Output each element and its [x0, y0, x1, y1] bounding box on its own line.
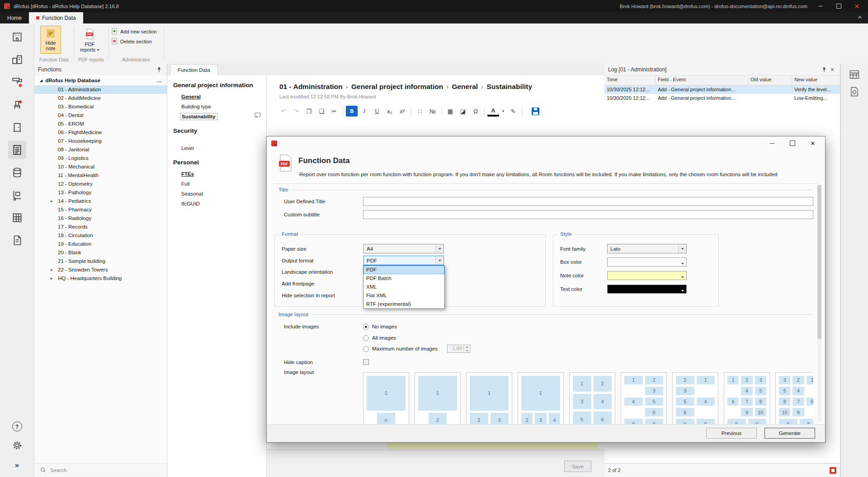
- log-col-field-event[interactable]: Field - Event: [656, 76, 748, 85]
- log-col-old-value[interactable]: Old value: [748, 76, 792, 85]
- buildings-module-icon[interactable]: [8, 51, 26, 69]
- output-format-select[interactable]: PDF: [363, 256, 444, 265]
- note-bubble-icon[interactable]: [255, 112, 261, 119]
- italic-icon[interactable]: I: [359, 106, 370, 117]
- box-color-picker[interactable]: [607, 257, 687, 267]
- generate-button[interactable]: Generate: [764, 428, 815, 439]
- edit-note-icon[interactable]: ✎: [507, 106, 519, 117]
- nav-item[interactable]: Level: [180, 145, 195, 151]
- underline-icon[interactable]: U: [371, 106, 383, 117]
- special-character-icon[interactable]: Ω: [470, 106, 481, 117]
- nav-item[interactable]: IfcGUID: [180, 201, 201, 207]
- image-layout-option[interactable]: 32154876109nn: [775, 372, 813, 425]
- document-log-panel-icon[interactable]: [848, 85, 861, 98]
- image-layout-option[interactable]: 1234: [518, 372, 564, 425]
- image-layout-option[interactable]: 12: [415, 372, 461, 425]
- text-color-swatch[interactable]: [607, 285, 687, 294]
- font-family-select[interactable]: Lato: [607, 244, 687, 253]
- scrollbar-thumb[interactable]: [817, 185, 821, 339]
- doors-module-icon[interactable]: [8, 118, 26, 136]
- reports-module-icon[interactable]: [8, 231, 26, 249]
- tree-search[interactable]: Search: [34, 463, 167, 477]
- nav-item[interactable]: Full: [180, 181, 191, 187]
- nav-item[interactable]: Sustainability: [180, 113, 217, 120]
- tab-home[interactable]: Home: [0, 12, 29, 23]
- tree-item[interactable]: 12 - Optometry: [34, 180, 167, 188]
- image-layout-option[interactable]: 123: [466, 372, 512, 425]
- tree-item[interactable]: ▸14 - Pediatrics: [34, 197, 167, 206]
- hide-caption-checkbox[interactable]: [363, 359, 369, 365]
- tree-item[interactable]: 18 - Circulation: [34, 231, 167, 240]
- table-icon[interactable]: ▦: [444, 106, 456, 117]
- tree-item[interactable]: 02 - AdultMedicine: [34, 94, 167, 103]
- tree-item[interactable]: 04 - Dental: [34, 111, 167, 120]
- output-format-option[interactable]: PDF: [363, 266, 444, 274]
- radio-max-images[interactable]: Maximum number of images 1.00: [363, 345, 471, 352]
- radio-no-images[interactable]: No images: [363, 323, 397, 330]
- rooms-module-icon[interactable]: [8, 28, 26, 46]
- close-panel-icon[interactable]: [828, 65, 836, 74]
- dialog-maximize-icon[interactable]: [785, 137, 800, 150]
- redo-icon[interactable]: ↷: [290, 106, 302, 117]
- image-icon[interactable]: ◪: [457, 106, 469, 117]
- pin-icon[interactable]: [820, 65, 828, 74]
- tree-item[interactable]: 15 - Pharmacy: [34, 206, 167, 214]
- chevron-right-icon[interactable]: ▸: [51, 274, 53, 283]
- help-icon[interactable]: [12, 421, 22, 431]
- dialog-scrollbar[interactable]: [817, 184, 821, 422]
- bold-icon[interactable]: B: [346, 106, 358, 117]
- nav-item[interactable]: Seasonal: [180, 191, 204, 197]
- subscript-icon[interactable]: x₂: [384, 106, 396, 117]
- tree-item[interactable]: 09 - Logistics: [34, 154, 167, 163]
- tree-item[interactable]: 10 - Mechanical: [34, 163, 167, 171]
- breadcrumb-function[interactable]: 01 - Administration: [279, 83, 343, 90]
- text-color-dropdown-icon[interactable]: ▾: [500, 106, 506, 117]
- breadcrumb-subsection[interactable]: General: [452, 83, 478, 90]
- tree-item[interactable]: 05 - EROM: [34, 120, 167, 128]
- tree-item[interactable]: 06 - FlightMedicine: [34, 128, 167, 137]
- spinner-arrows-icon[interactable]: [463, 345, 470, 352]
- radio-icon[interactable]: [363, 324, 369, 330]
- settings-gear-icon[interactable]: [12, 440, 22, 452]
- properties-panel-icon[interactable]: [848, 68, 861, 81]
- save-note-icon[interactable]: [529, 106, 541, 117]
- numbered-list-icon[interactable]: №: [427, 106, 439, 117]
- output-format-option[interactable]: XML: [363, 283, 444, 291]
- tree-item[interactable]: 11 - MentalHealth: [34, 171, 167, 180]
- copy-icon[interactable]: ❐: [303, 106, 315, 117]
- log-col-time[interactable]: Time: [604, 76, 656, 85]
- tree-item[interactable]: ▸HQ - Headquarters Building: [34, 274, 167, 283]
- superscript-icon[interactable]: x²: [396, 106, 408, 117]
- add-new-section-button[interactable]: Add new section: [111, 27, 157, 36]
- expand-rail-icon[interactable]: [15, 461, 19, 470]
- image-layout-option[interactable]: 213546nn: [672, 372, 718, 425]
- maximize-icon[interactable]: [832, 0, 845, 12]
- tab-function-data[interactable]: Function Data: [29, 12, 83, 23]
- close-icon[interactable]: [850, 0, 863, 12]
- output-format-option[interactable]: Flat XML: [363, 291, 444, 300]
- log-indicator-icon[interactable]: [830, 467, 836, 474]
- chevron-right-icon[interactable]: ▸: [51, 197, 53, 206]
- items-module-icon[interactable]: [8, 96, 26, 114]
- bullet-list-icon[interactable]: ∷: [414, 106, 426, 117]
- note-color-swatch[interactable]: [607, 271, 687, 280]
- functions-module-icon[interactable]: [8, 141, 26, 159]
- max-images-spinner[interactable]: 1.00: [447, 345, 471, 353]
- tree-item[interactable]: 01 - Administration: [34, 85, 167, 94]
- hide-note-button[interactable]: Hide note: [40, 26, 61, 54]
- image-layout-option[interactable]: 12345678910nn: [724, 372, 770, 425]
- finishes-module-icon[interactable]: [8, 73, 26, 91]
- tree-item[interactable]: 03 - Biomedical: [34, 103, 167, 111]
- tree-item[interactable]: 21 - Sample building: [34, 257, 167, 266]
- tree-item[interactable]: 07 - Housekeeping: [34, 137, 167, 145]
- output-format-option[interactable]: PDF Batch: [363, 274, 444, 283]
- dialog-minimize-icon[interactable]: [764, 137, 780, 150]
- previous-button[interactable]: Previous: [706, 428, 757, 439]
- pdf-reports-button[interactable]: PDF PDF reports: [77, 26, 102, 54]
- delete-section-button[interactable]: Delete section: [111, 37, 152, 46]
- tree-item[interactable]: 19 - Education: [34, 240, 167, 248]
- nav-item[interactable]: Building type: [180, 103, 212, 110]
- tree-root[interactable]: dRofus Help Database: [34, 75, 167, 85]
- nav-item[interactable]: General: [180, 94, 202, 100]
- tree-item[interactable]: 16 - Radiology: [34, 214, 167, 223]
